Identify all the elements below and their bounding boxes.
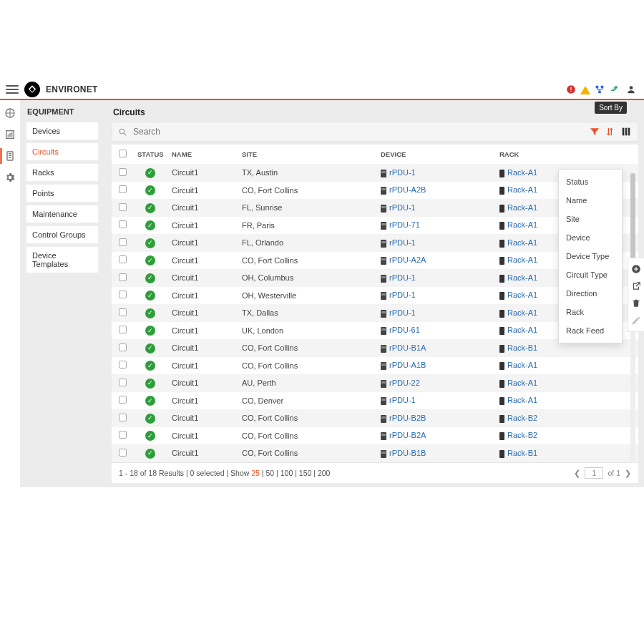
add-icon[interactable] xyxy=(631,264,641,274)
row-device[interactable]: rPDU-1 xyxy=(376,392,495,410)
sidebar-item-device-templates[interactable]: Device Templates xyxy=(26,246,99,273)
row-device[interactable]: rPDU-71 xyxy=(376,217,495,235)
nav-settings-icon[interactable] xyxy=(4,172,16,183)
sort-option-status[interactable]: Status xyxy=(559,172,622,191)
device-icon xyxy=(381,380,386,388)
row-status xyxy=(133,199,167,217)
alert-warning-icon[interactable] xyxy=(580,84,591,95)
row-checkbox[interactable] xyxy=(112,427,133,445)
table-row[interactable]: Circuit1CO, Fort CollinsrPDU-B1BRack-B1 xyxy=(112,444,638,462)
row-checkbox[interactable] xyxy=(112,269,133,287)
sidebar-item-control-groups[interactable]: Control Groups xyxy=(26,225,99,244)
col-site[interactable]: SITE xyxy=(238,145,376,164)
sort-option-device-type[interactable]: Device Type xyxy=(559,247,622,265)
filter-icon[interactable] xyxy=(589,126,600,137)
row-name: Circuit1 xyxy=(167,287,238,305)
row-device[interactable]: rPDU-B2B xyxy=(376,409,495,427)
rack-icon xyxy=(499,345,504,353)
row-checkbox[interactable] xyxy=(112,444,133,462)
sort-icon[interactable] xyxy=(605,126,616,137)
row-device[interactable]: rPDU-1 xyxy=(376,199,495,217)
sidebar-item-points[interactable]: Points xyxy=(26,184,99,203)
row-checkbox[interactable] xyxy=(112,234,133,252)
sort-option-site[interactable]: Site xyxy=(559,210,622,228)
row-site: FL, Orlando xyxy=(238,234,376,252)
row-device[interactable]: rPDU-B1A xyxy=(376,339,495,357)
row-device[interactable]: rPDU-61 xyxy=(376,322,495,340)
row-device[interactable]: rPDU-B2A xyxy=(376,427,495,445)
row-checkbox[interactable] xyxy=(112,357,133,375)
col-rack[interactable]: RACK xyxy=(495,145,638,164)
delete-icon[interactable] xyxy=(631,298,641,308)
table-row[interactable]: Circuit1CO, Fort CollinsrPDU-B2ARack-B2 xyxy=(112,427,638,445)
sort-option-rack-feed[interactable]: Rack Feed xyxy=(559,321,622,340)
row-checkbox[interactable] xyxy=(112,304,133,322)
row-device[interactable]: rPDU-1 xyxy=(376,164,495,182)
row-rack[interactable]: Rack-A1 xyxy=(495,357,638,375)
search-input[interactable] xyxy=(132,126,585,137)
row-device[interactable]: rPDU-1 xyxy=(376,234,495,252)
search-icon xyxy=(118,127,127,137)
table-row[interactable]: Circuit1CO, Fort CollinsrPDU-B2BRack-B2 xyxy=(112,409,638,427)
row-checkbox[interactable] xyxy=(112,322,133,340)
sidebar-item-racks[interactable]: Racks xyxy=(26,163,99,182)
row-rack[interactable]: Rack-B1 xyxy=(495,444,638,462)
row-checkbox[interactable] xyxy=(112,217,133,235)
row-checkbox[interactable] xyxy=(112,287,133,305)
columns-icon[interactable] xyxy=(620,126,632,137)
row-checkbox[interactable] xyxy=(112,409,133,427)
nav-reports-icon[interactable] xyxy=(4,129,16,140)
row-name: Circuit1 xyxy=(167,444,238,462)
export-icon[interactable] xyxy=(631,281,641,291)
col-name[interactable]: NAME xyxy=(167,145,238,164)
row-checkbox[interactable] xyxy=(112,392,133,410)
row-device[interactable]: rPDU-A2B xyxy=(376,182,495,200)
row-checkbox[interactable] xyxy=(112,339,133,357)
row-checkbox[interactable] xyxy=(112,182,133,200)
sort-option-rack[interactable]: Rack xyxy=(559,303,622,321)
sidebar-item-maintenance[interactable]: Maintenance xyxy=(26,205,99,223)
table-row[interactable]: Circuit1CO, Fort CollinsrPDU-A1BRack-A1 xyxy=(112,357,638,375)
row-device[interactable]: rPDU-1 xyxy=(376,269,495,287)
row-device[interactable]: rPDU-A2A xyxy=(376,252,495,270)
row-device[interactable]: rPDU-1 xyxy=(376,304,495,322)
row-device[interactable]: rPDU-22 xyxy=(376,374,495,392)
device-icon xyxy=(381,275,386,283)
table-row[interactable]: Circuit1CO, DenverrPDU-1Rack-A1 xyxy=(112,392,638,410)
sort-option-device[interactable]: Device xyxy=(559,228,622,247)
row-checkbox[interactable] xyxy=(112,164,133,182)
sidebar-item-devices[interactable]: Devices xyxy=(26,122,99,140)
pager-prev-icon[interactable]: ❮ xyxy=(574,469,580,477)
sidebar: EQUIPMENT DevicesCircuitsRacksPointsMain… xyxy=(20,100,103,487)
row-checkbox[interactable] xyxy=(112,252,133,270)
menu-toggle-icon[interactable] xyxy=(6,84,19,94)
pager-next-icon[interactable]: ❯ xyxy=(625,469,631,477)
row-checkbox[interactable] xyxy=(112,374,133,392)
col-status[interactable]: STATUS xyxy=(133,145,167,164)
col-device[interactable]: DEVICE xyxy=(376,145,495,164)
table-row[interactable]: Circuit1AU, PerthrPDU-22Rack-A1 xyxy=(112,374,638,392)
alert-critical-icon[interactable] xyxy=(565,84,577,95)
row-status xyxy=(133,427,167,445)
pager-current[interactable]: 1 xyxy=(585,467,603,479)
row-rack[interactable]: Rack-B2 xyxy=(495,409,638,427)
sort-option-direction[interactable]: Direction xyxy=(559,284,622,303)
row-rack[interactable]: Rack-B2 xyxy=(495,427,638,445)
network-icon[interactable] xyxy=(594,84,605,95)
row-device[interactable]: rPDU-B1B xyxy=(376,444,495,462)
sort-tooltip: Sort By xyxy=(595,102,627,114)
col-checkbox[interactable] xyxy=(112,145,133,164)
sidebar-item-circuits[interactable]: Circuits xyxy=(26,142,99,161)
sort-option-name[interactable]: Name xyxy=(559,191,622,210)
row-checkbox[interactable] xyxy=(112,199,133,217)
user-account-icon[interactable] xyxy=(625,84,637,95)
nav-equipment-icon[interactable] xyxy=(4,150,16,162)
edit-icon[interactable] xyxy=(631,316,641,326)
row-device[interactable]: rPDU-A1B xyxy=(376,357,495,375)
nav-dashboard-icon[interactable] xyxy=(4,107,16,119)
tools-icon[interactable] xyxy=(608,84,620,95)
row-rack[interactable]: Rack-A1 xyxy=(495,374,638,392)
row-rack[interactable]: Rack-A1 xyxy=(495,392,638,410)
sort-option-circuit-type[interactable]: Circuit Type xyxy=(559,265,622,284)
row-device[interactable]: rPDU-1 xyxy=(376,287,495,305)
